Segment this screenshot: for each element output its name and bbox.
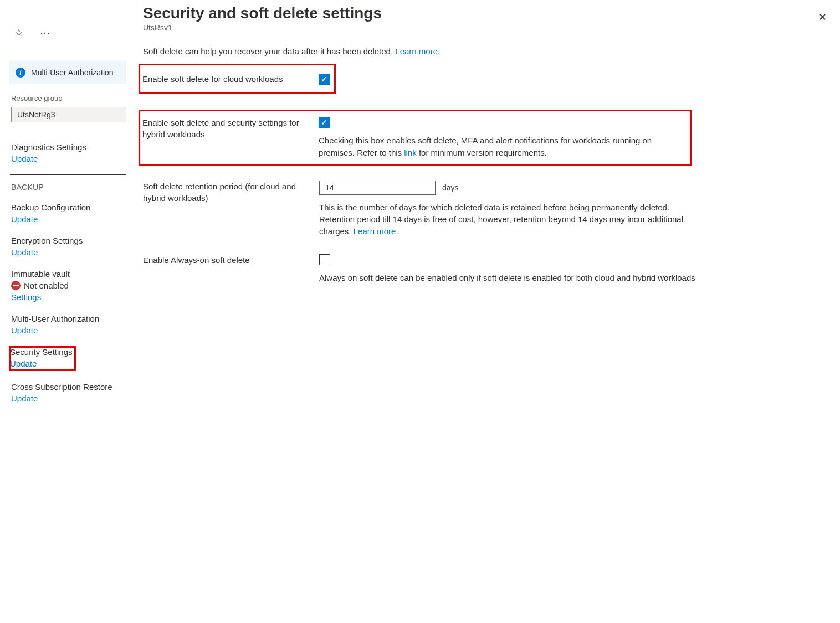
sidebar-item-multi-user-auth: Multi-User Authorization Update — [11, 314, 126, 335]
more-icon[interactable]: ⋯ — [40, 27, 50, 39]
retention-row: Soft delete retention period (for cloud … — [143, 181, 823, 238]
retention-days-input[interactable] — [319, 181, 436, 195]
main-panel: ✕ Security and soft delete settings UtsR… — [126, 0, 840, 623]
hybrid-helper-text: Checking this box enables soft delete, M… — [319, 135, 687, 159]
highlight-enable-hybrid: Enable soft delete and security settings… — [139, 110, 692, 166]
close-icon[interactable]: ✕ — [818, 11, 827, 23]
always-on-helper: Always on soft delete can be enabled onl… — [319, 272, 696, 284]
enable-hybrid-label: Enable soft delete and security settings… — [142, 117, 319, 140]
divider — [10, 174, 126, 175]
resource-group-label: Resource group — [11, 94, 126, 102]
encryption-update-link[interactable]: Update — [11, 248, 126, 257]
retention-unit: days — [442, 183, 459, 192]
diagnostics-settings-title: Diagnostics Settings — [11, 142, 126, 152]
highlight-security-settings: Security Settings Update — [10, 347, 75, 370]
enable-cloud-checkbox[interactable] — [319, 74, 330, 85]
always-on-row: Enable Always-on soft delete Always on s… — [143, 254, 823, 284]
retention-helper-text: This is the number of days for which del… — [319, 202, 696, 238]
diagnostics-update-link[interactable]: Update — [11, 154, 126, 163]
enable-cloud-label: Enable soft delete for cloud workloads — [142, 73, 319, 85]
not-enabled-icon — [11, 281, 21, 290]
intro-text: Soft delete can help you recover your da… — [143, 47, 823, 56]
immutable-status: Not enabled — [24, 281, 69, 290]
sidebar-item-security-settings: Security Settings — [10, 347, 73, 357]
resource-group-field[interactable]: UtsNetRg3 — [11, 107, 126, 122]
backup-group-header: BACKUP — [11, 183, 126, 192]
info-banner: i Multi-User Authorization — [9, 61, 126, 84]
csr-update-link[interactable]: Update — [11, 394, 126, 403]
page-subtitle: UtsRsv1 — [143, 23, 823, 32]
retention-label: Soft delete retention period (for cloud … — [143, 181, 319, 204]
mua-update-link[interactable]: Update — [11, 326, 126, 335]
security-update-link[interactable]: Update — [10, 359, 73, 368]
always-on-label: Enable Always-on soft delete — [143, 254, 319, 266]
enable-hybrid-checkbox[interactable] — [319, 117, 330, 128]
sidebar: ☆ ⋯ i Multi-User Authorization Resource … — [0, 0, 126, 623]
sidebar-item-immutable-vault: Immutable vault Not enabled Settings — [11, 269, 126, 302]
sidebar-item-cross-sub-restore: Cross Subscription Restore Update — [11, 382, 126, 403]
sidebar-item-backup-config: Backup Configuration Update — [11, 203, 126, 224]
always-on-checkbox[interactable] — [319, 254, 330, 265]
page-title: Security and soft delete settings — [143, 4, 823, 22]
info-icon: i — [16, 68, 25, 78]
hybrid-link[interactable]: link — [404, 148, 417, 157]
info-banner-text: Multi-User Authorization — [31, 68, 114, 77]
favorite-star-icon[interactable]: ☆ — [14, 27, 23, 39]
retention-learn-more-link[interactable]: Learn more. — [354, 226, 398, 236]
backup-config-update-link[interactable]: Update — [11, 214, 126, 224]
immutable-settings-link[interactable]: Settings — [11, 292, 126, 302]
sidebar-item-encryption: Encryption Settings Update — [11, 236, 126, 257]
intro-learn-more-link[interactable]: Learn more. — [395, 47, 440, 56]
highlight-enable-cloud: Enable soft delete for cloud workloads — [139, 64, 336, 94]
